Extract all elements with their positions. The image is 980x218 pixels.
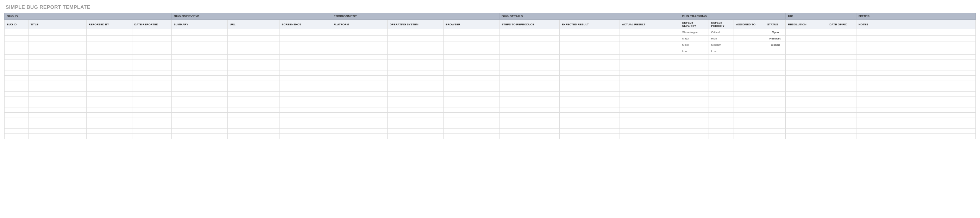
cell-operating_system[interactable]	[387, 134, 443, 139]
cell-bug_id[interactable]	[5, 35, 29, 42]
cell-screenshot[interactable]	[280, 92, 331, 97]
cell-status[interactable]	[765, 129, 786, 134]
cell-severity[interactable]	[680, 70, 709, 76]
cell-date_of_fix[interactable]	[827, 48, 856, 54]
cell-reported_by[interactable]	[86, 102, 132, 107]
cell-date_reported[interactable]	[132, 65, 172, 70]
cell-platform[interactable]	[331, 76, 387, 81]
cell-severity[interactable]	[680, 107, 709, 113]
cell-browser[interactable]	[443, 113, 499, 118]
cell-operating_system[interactable]	[387, 107, 443, 113]
cell-browser[interactable]	[443, 86, 499, 92]
cell-browser[interactable]	[443, 48, 499, 54]
cell-platform[interactable]	[331, 113, 387, 118]
cell-browser[interactable]	[443, 118, 499, 123]
cell-date_reported[interactable]	[132, 42, 172, 48]
cell-assigned_to[interactable]	[734, 129, 765, 134]
cell-url[interactable]	[228, 54, 279, 60]
cell-screenshot[interactable]	[280, 42, 331, 48]
cell-summary[interactable]	[172, 54, 228, 60]
cell-operating_system[interactable]	[387, 123, 443, 129]
cell-expected_result[interactable]	[559, 113, 620, 118]
cell-date_of_fix[interactable]	[827, 107, 856, 113]
cell-actual_result[interactable]	[620, 76, 680, 81]
cell-title[interactable]	[28, 54, 86, 60]
cell-expected_result[interactable]	[559, 65, 620, 70]
cell-screenshot[interactable]	[280, 123, 331, 129]
cell-bug_id[interactable]	[5, 102, 29, 107]
cell-status[interactable]	[765, 65, 786, 70]
cell-operating_system[interactable]	[387, 65, 443, 70]
cell-notes[interactable]	[856, 102, 975, 107]
cell-date_of_fix[interactable]	[827, 86, 856, 92]
cell-priority[interactable]	[709, 86, 734, 92]
cell-url[interactable]	[228, 118, 279, 123]
cell-assigned_to[interactable]	[734, 107, 765, 113]
cell-assigned_to[interactable]	[734, 60, 765, 65]
cell-summary[interactable]	[172, 129, 228, 134]
cell-assigned_to[interactable]	[734, 97, 765, 102]
cell-status[interactable]	[765, 48, 786, 54]
cell-actual_result[interactable]	[620, 129, 680, 134]
cell-browser[interactable]	[443, 134, 499, 139]
cell-actual_result[interactable]	[620, 65, 680, 70]
cell-platform[interactable]	[331, 129, 387, 134]
cell-summary[interactable]	[172, 97, 228, 102]
cell-reported_by[interactable]	[86, 86, 132, 92]
cell-actual_result[interactable]	[620, 54, 680, 60]
cell-status[interactable]	[765, 134, 786, 139]
cell-date_reported[interactable]	[132, 81, 172, 86]
cell-screenshot[interactable]	[280, 54, 331, 60]
cell-priority[interactable]	[709, 76, 734, 81]
cell-title[interactable]	[28, 92, 86, 97]
cell-summary[interactable]	[172, 29, 228, 35]
cell-notes[interactable]	[856, 42, 975, 48]
cell-steps_to_reproduce[interactable]	[499, 65, 559, 70]
cell-severity[interactable]	[680, 86, 709, 92]
cell-actual_result[interactable]	[620, 81, 680, 86]
cell-status[interactable]	[765, 81, 786, 86]
cell-expected_result[interactable]	[559, 42, 620, 48]
cell-reported_by[interactable]	[86, 54, 132, 60]
cell-steps_to_reproduce[interactable]	[499, 113, 559, 118]
cell-severity[interactable]	[680, 113, 709, 118]
cell-bug_id[interactable]	[5, 60, 29, 65]
cell-notes[interactable]	[856, 123, 975, 129]
cell-browser[interactable]	[443, 81, 499, 86]
cell-reported_by[interactable]	[86, 97, 132, 102]
cell-reported_by[interactable]	[86, 107, 132, 113]
cell-platform[interactable]	[331, 92, 387, 97]
cell-title[interactable]	[28, 70, 86, 76]
cell-date_of_fix[interactable]	[827, 129, 856, 134]
cell-status[interactable]	[765, 118, 786, 123]
cell-notes[interactable]	[856, 65, 975, 70]
cell-priority[interactable]	[709, 70, 734, 76]
cell-screenshot[interactable]	[280, 35, 331, 42]
cell-expected_result[interactable]	[559, 134, 620, 139]
cell-title[interactable]	[28, 35, 86, 42]
cell-title[interactable]	[28, 48, 86, 54]
cell-screenshot[interactable]	[280, 113, 331, 118]
cell-actual_result[interactable]	[620, 48, 680, 54]
cell-url[interactable]	[228, 76, 279, 81]
cell-notes[interactable]	[856, 97, 975, 102]
cell-date_of_fix[interactable]	[827, 118, 856, 123]
cell-status[interactable]	[765, 60, 786, 65]
cell-title[interactable]	[28, 102, 86, 107]
cell-assigned_to[interactable]	[734, 29, 765, 35]
cell-browser[interactable]	[443, 35, 499, 42]
cell-reported_by[interactable]	[86, 129, 132, 134]
cell-priority[interactable]	[709, 134, 734, 139]
cell-browser[interactable]	[443, 65, 499, 70]
cell-title[interactable]	[28, 107, 86, 113]
cell-summary[interactable]	[172, 65, 228, 70]
cell-status[interactable]	[765, 97, 786, 102]
cell-actual_result[interactable]	[620, 60, 680, 65]
cell-expected_result[interactable]	[559, 76, 620, 81]
cell-expected_result[interactable]	[559, 81, 620, 86]
cell-actual_result[interactable]	[620, 35, 680, 42]
cell-bug_id[interactable]	[5, 76, 29, 81]
cell-resolution[interactable]	[786, 60, 827, 65]
cell-date_of_fix[interactable]	[827, 35, 856, 42]
cell-summary[interactable]	[172, 60, 228, 65]
